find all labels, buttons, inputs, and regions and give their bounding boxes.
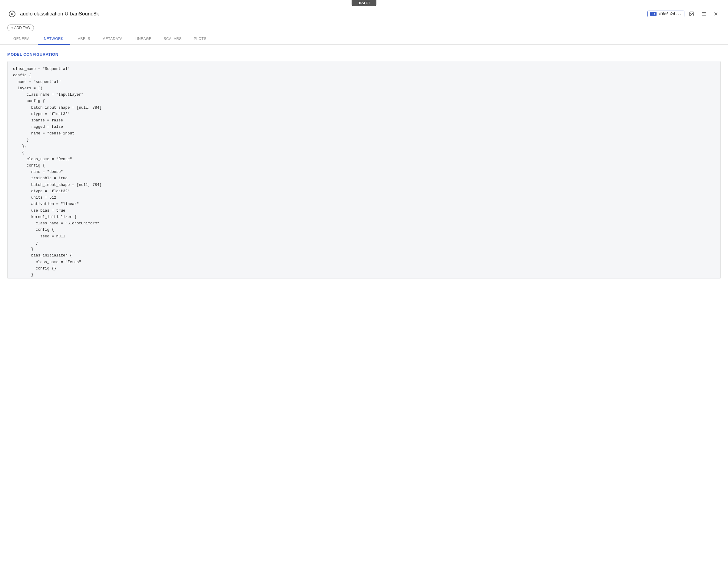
image-button[interactable] [687,9,696,19]
svg-point-3 [690,13,691,13]
menu-button[interactable] [699,9,708,19]
code-block: class_name = "Sequential" config { name … [13,66,715,279]
tab-lineage[interactable]: LINEAGE [129,34,158,45]
id-badge[interactable]: ID af6d0a2d... [648,10,684,17]
section-title: MODEL CONFIGURATION [7,52,721,57]
svg-point-1 [11,13,13,15]
main-content: MODEL CONFIGURATION class_name = "Sequen… [0,45,728,286]
tab-metadata[interactable]: METADATA [96,34,129,45]
draft-badge: DRAFT [352,0,376,6]
tab-scalars[interactable]: SCALARS [158,34,188,45]
header-actions: ID af6d0a2d... [648,9,721,19]
tab-labels[interactable]: LABELS [70,34,96,45]
code-container[interactable]: class_name = "Sequential" config { name … [7,61,721,279]
id-value: af6d0a2d... [658,12,682,16]
tabs-nav: GENERAL NETWORK LABELS METADATA LINEAGE … [0,34,728,45]
tab-plots[interactable]: PLOTS [188,34,212,45]
page-title: audio classification UrbanSound8k [20,11,648,17]
header: audio classification UrbanSound8k ID af6… [0,6,728,22]
tab-network[interactable]: NETWORK [38,34,70,45]
close-button[interactable] [711,9,721,19]
draft-banner: DRAFT [0,0,728,6]
tag-row: + ADD TAG [0,22,728,34]
add-tag-button[interactable]: + ADD TAG [7,25,34,31]
tab-general[interactable]: GENERAL [7,34,38,45]
audio-icon [7,9,17,19]
id-label: ID [650,12,657,16]
